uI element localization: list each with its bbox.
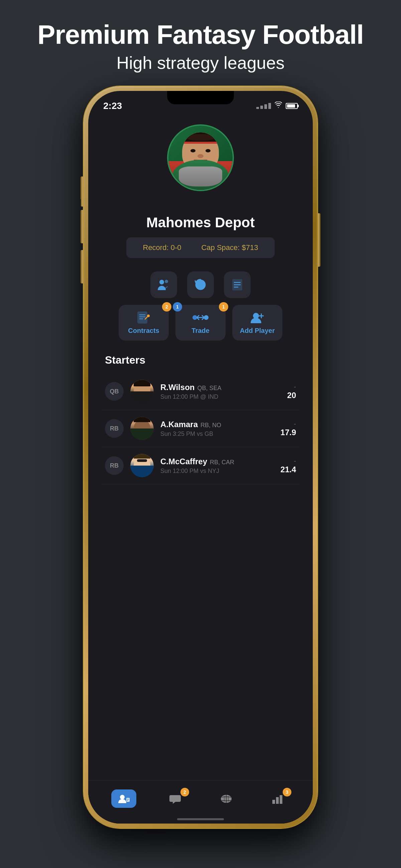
record-stat: Record: 0-0	[143, 243, 181, 252]
person-tag-icon	[118, 794, 130, 804]
trade-badge-left: 1	[173, 302, 182, 311]
history-icon-button[interactable]	[187, 271, 214, 298]
action-icons-row	[150, 271, 251, 298]
roster-icon-button[interactable]	[150, 271, 177, 298]
player-avatar-kamara	[130, 417, 154, 440]
contracts-button[interactable]: 2 Contracts	[119, 305, 169, 341]
player-pos-team: QB, SEA	[197, 385, 221, 392]
phone-mockup: 2:23	[84, 86, 317, 828]
status-icons	[256, 102, 298, 110]
volume-down-button	[81, 250, 83, 283]
score-value: 17.9	[280, 428, 296, 437]
contracts-icon	[135, 311, 152, 324]
signal-bar-3	[264, 104, 267, 109]
messages-badge: 2	[181, 788, 189, 797]
player-name-row: A.Kamara RB, NO	[160, 420, 274, 429]
player-game-time: Sun 3:25 PM vs GB	[160, 431, 274, 437]
position-badge-rb2: RB	[105, 456, 124, 475]
phone-screen: 2:23	[88, 91, 313, 824]
position-badge-rb1: RB	[105, 419, 124, 438]
score-value: 21.4	[280, 465, 296, 474]
trade-button[interactable]: 1 1 Trade	[176, 305, 225, 341]
action-buttons-row: 2 Contracts	[119, 305, 282, 341]
volume-silent-button	[81, 177, 83, 200]
score-dash: -	[280, 420, 296, 428]
table-row[interactable]: QB R.Wilson QB, SEA	[101, 373, 300, 410]
bottom-nav: 2	[88, 780, 313, 824]
main-subtitle: High strategy leagues	[37, 53, 364, 73]
score-dash: -	[280, 457, 296, 465]
battery-fill	[287, 104, 295, 107]
player-score-kamara: - 17.9	[280, 420, 296, 437]
position-badge-qb: QB	[105, 382, 124, 401]
header-section: Premium Fantasy Football High strategy l…	[37, 0, 364, 73]
home-indicator	[177, 818, 224, 820]
standings-badge: 3	[283, 788, 291, 797]
score-value: 20	[287, 391, 296, 400]
player-info-kamara: A.Kamara RB, NO Sun 3:25 PM vs GB	[160, 420, 274, 437]
screen-content: Mahomes Depot Record: 0-0 Cap Space: $71…	[88, 114, 313, 484]
signal-bar-2	[260, 105, 263, 109]
nav-item-standings[interactable]: 3	[265, 789, 290, 808]
main-title: Premium Fantasy Football	[37, 20, 364, 50]
player-pos-team: RB, CAR	[210, 459, 234, 466]
chart-bar-icon	[272, 794, 283, 804]
add-player-label: Add Player	[240, 327, 275, 335]
starters-title: Starters	[101, 354, 300, 366]
cap-space-stat: Cap Space: $713	[201, 243, 258, 252]
table-row[interactable]: RB A.Kamara RB, NO	[101, 410, 300, 447]
starters-section: Starters QB R.	[101, 354, 300, 484]
trade-label: Trade	[191, 327, 209, 335]
nav-item-roster[interactable]	[111, 789, 136, 808]
nav-football-icon-wrap	[214, 789, 239, 808]
player-avatar-mccaffrey	[130, 454, 154, 477]
player-game-time: Sun 12:00 PM vs NYJ	[160, 468, 274, 475]
battery-icon	[286, 103, 298, 109]
schedule-icon-button[interactable]	[224, 271, 251, 298]
svg-rect-27	[280, 795, 282, 804]
volume-up-button	[81, 210, 83, 243]
person-group-icon	[157, 278, 171, 291]
football-icon	[220, 794, 232, 804]
table-row[interactable]: RB C.McCaffrey R	[101, 447, 300, 484]
svg-rect-25	[272, 800, 275, 804]
player-score-wilson: - 20	[287, 383, 296, 400]
list-document-icon	[230, 278, 244, 291]
player-name: A.Kamara	[160, 420, 198, 429]
score-dash: -	[287, 383, 296, 391]
svg-rect-26	[276, 797, 279, 804]
svg-point-11	[147, 314, 150, 317]
power-button	[318, 213, 320, 267]
nav-messages-icon-wrap: 2	[162, 789, 187, 808]
player-avatar-wilson	[130, 380, 154, 403]
player-pos-team: RB, NO	[201, 422, 221, 429]
player-name-row: R.Wilson QB, SEA	[160, 383, 280, 392]
svg-point-17	[120, 795, 125, 800]
signal-icon	[256, 103, 271, 109]
team-name: Mahomes Depot	[146, 215, 255, 230]
nav-roster-icon-wrap	[111, 789, 136, 808]
trade-badge-right: 1	[219, 302, 228, 311]
contracts-label: Contracts	[128, 327, 159, 335]
wifi-icon	[274, 102, 282, 110]
svg-rect-18	[126, 798, 130, 802]
stats-bar: Record: 0-0 Cap Space: $713	[126, 237, 275, 258]
player-name: R.Wilson	[160, 383, 194, 392]
nav-item-football[interactable]	[214, 789, 239, 808]
player-name: C.McCaffrey	[160, 457, 207, 466]
status-time: 2:23	[103, 101, 122, 111]
signal-bar-4	[268, 103, 271, 109]
chat-bubble-icon	[169, 794, 181, 804]
phone-notch	[167, 91, 234, 104]
clock-rotate-icon	[194, 278, 207, 291]
signal-bar-1	[256, 107, 259, 109]
player-info-mccaffrey: C.McCaffrey RB, CAR Sun 12:00 PM vs NYJ	[160, 457, 274, 475]
add-player-button[interactable]: Add Player	[232, 305, 282, 341]
player-avatar-container	[164, 124, 237, 205]
svg-point-0	[159, 280, 164, 284]
player-game-time: Sun 12:00 PM @ IND	[160, 393, 280, 400]
svg-rect-7	[138, 312, 147, 323]
player-name-row: C.McCaffrey RB, CAR	[160, 457, 274, 466]
nav-item-messages[interactable]: 2	[162, 789, 187, 808]
player-info-wilson: R.Wilson QB, SEA Sun 12:00 PM @ IND	[160, 383, 280, 400]
